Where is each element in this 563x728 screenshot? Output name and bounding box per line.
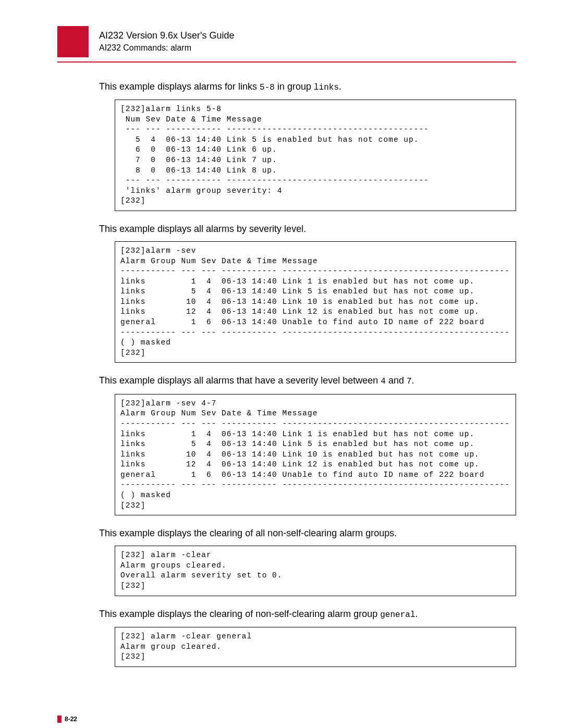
para3-code2: 7 (407, 377, 412, 386)
paragraph-1: This example displays alarms for links 5… (99, 80, 516, 94)
page-content: This example displays alarms for links 5… (99, 80, 516, 667)
page-header: AI232 Version 9.6x User's Guide AI232 Co… (99, 26, 516, 54)
para3-pre: This example displays all alarms that ha… (99, 375, 381, 386)
code-block-3: [232]alarm -sev 4-7 Alarm Group Num Sev … (115, 394, 516, 515)
paragraph-3: This example displays all alarms that ha… (99, 374, 516, 388)
doc-title: AI232 Version 9.6x User's Guide (99, 29, 516, 42)
header-divider (57, 61, 516, 63)
para1-code1: 5-8 (260, 83, 275, 92)
para5-post: . (415, 609, 418, 619)
para3-post: . (412, 375, 414, 386)
page-number: 8-22 (65, 715, 77, 723)
para3-mid: and (386, 375, 407, 386)
page-footer: 8-22 (57, 714, 516, 723)
para5-pre: This example displays the clearing of no… (99, 609, 380, 619)
para1-pre: This example displays alarms for links (99, 81, 260, 92)
header-accent-block (57, 26, 89, 57)
para1-code2: links (314, 83, 339, 92)
code-block-2: [232]alarm -sev Alarm Group Num Sev Date… (115, 241, 516, 363)
paragraph-4: This example displays the clearing of al… (99, 527, 516, 539)
para1-mid: in group (275, 81, 314, 92)
para5-code1: general (380, 610, 415, 620)
para3-code1: 4 (381, 377, 386, 386)
footer-accent-icon (57, 715, 62, 723)
paragraph-5: This example displays the clearing of no… (99, 608, 516, 621)
doc-subtitle: AI232 Commands: alarm (99, 42, 516, 54)
para1-post: . (339, 81, 341, 92)
document-page: AI232 Version 9.6x User's Guide AI232 Co… (0, 0, 563, 728)
code-block-4: [232] alarm -clear Alarm groups cleared.… (115, 546, 516, 596)
code-block-1: [232]alarm links 5-8 Num Sev Date & Time… (115, 100, 516, 211)
paragraph-2: This example displays all alarms by seve… (99, 223, 516, 235)
code-block-5: [232] alarm -clear general Alarm group c… (115, 627, 516, 667)
